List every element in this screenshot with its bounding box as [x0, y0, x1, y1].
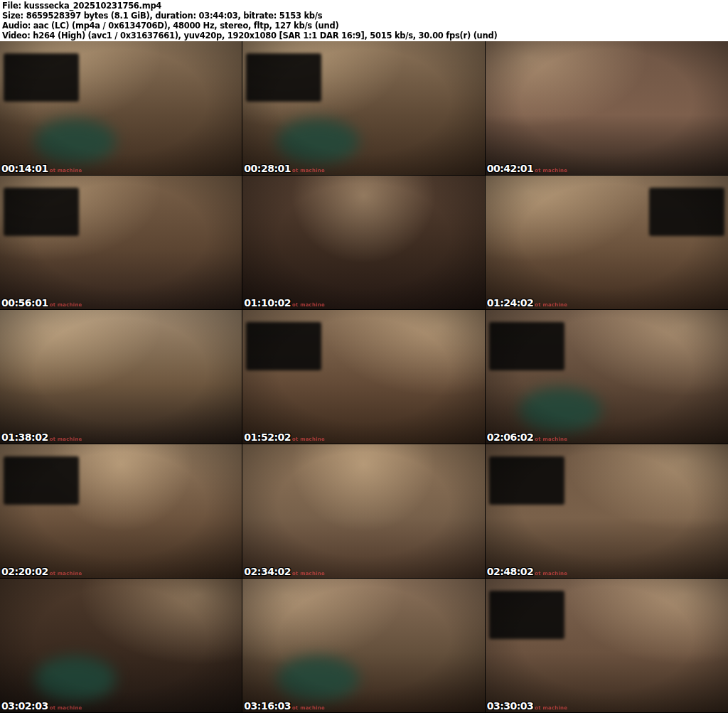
timestamp-text: 00:28:01: [244, 163, 291, 174]
lamp-glow: [242, 176, 484, 309]
timestamp-text: 00:42:01: [487, 163, 534, 174]
video-thumbnail: 00:56:01ot machine: [0, 176, 242, 310]
watermark-text: ot machine: [535, 705, 567, 711]
timestamp-text: 01:38:02: [1, 431, 48, 443]
timestamp-overlay: 01:38:02ot machine: [1, 431, 82, 443]
tv-screen-shape: [4, 188, 79, 236]
video-thumbnail: 02:48:02ot machine: [486, 444, 728, 579]
timestamp-text: 02:06:02: [487, 431, 534, 443]
vignette-overlay: [242, 176, 484, 309]
watermark-text: ot machine: [50, 571, 82, 577]
watermark-text: ot machine: [50, 705, 82, 711]
timestamp-overlay: 00:42:01ot machine: [487, 163, 568, 174]
chair-shape: [277, 119, 359, 164]
lamp-glow: [486, 579, 728, 712]
vignette-overlay: [486, 176, 728, 309]
tv-screen-shape: [489, 322, 564, 370]
timestamp-text: 01:10:02: [244, 297, 291, 309]
tv-screen-shape: [489, 591, 564, 639]
chair-shape: [34, 119, 117, 164]
timestamp-overlay: 01:24:02ot machine: [487, 297, 568, 309]
watermark-text: ot machine: [292, 436, 325, 442]
chair-shape: [34, 656, 117, 702]
timestamp-text: 00:56:01: [1, 297, 48, 309]
metadata-line-size: Size: 8659528397 bytes (8.1 GiB), durati…: [2, 11, 699, 21]
watermark-text: ot machine: [535, 302, 567, 308]
thumbnail-grid: 00:14:01ot machine00:28:01ot machine00:4…: [0, 41, 728, 713]
chair-shape: [277, 656, 359, 702]
timestamp-overlay: 03:30:03ot machine: [487, 700, 568, 712]
watermark-text: ot machine: [535, 571, 567, 577]
lamp-glow: [486, 176, 728, 309]
video-thumbnail: 03:02:03ot machine: [0, 579, 242, 713]
timestamp-text: 03:02:03: [1, 700, 48, 712]
timestamp-overlay: 00:56:01ot machine: [1, 297, 82, 309]
contact-sheet: File: kusssecka_202510231756.mp4 Size: 8…: [0, 0, 728, 713]
lamp-glow: [0, 41, 242, 175]
vignette-overlay: [242, 579, 484, 712]
metadata-line-video: Video: h264 (High) (avc1 / 0x31637661), …: [2, 31, 699, 41]
tv-screen-shape: [649, 188, 724, 236]
timestamp-overlay: 00:14:01ot machine: [1, 163, 82, 174]
video-thumbnail: 00:28:01ot machine: [242, 41, 485, 176]
timestamp-overlay: 02:48:02ot machine: [487, 566, 568, 577]
video-thumbnail: 00:42:01ot machine: [486, 41, 728, 176]
lamp-glow: [0, 310, 242, 444]
watermark-text: ot machine: [50, 436, 82, 442]
vignette-overlay: [486, 41, 728, 175]
timestamp-text: 02:48:02: [487, 566, 534, 577]
lamp-glow: [0, 176, 242, 309]
tv-screen-shape: [4, 456, 79, 505]
video-thumbnail: 01:38:02ot machine: [0, 310, 242, 444]
timestamp-overlay: 01:52:02ot machine: [244, 431, 325, 443]
timestamp-overlay: 02:34:02ot machine: [244, 566, 325, 577]
watermark-text: ot machine: [292, 168, 325, 173]
vignette-overlay: [486, 444, 728, 578]
watermark-text: ot machine: [292, 705, 325, 711]
watermark-text: ot machine: [292, 302, 325, 308]
watermark-text: ot machine: [535, 168, 567, 173]
video-thumbnail: 02:06:02ot machine: [486, 310, 728, 444]
metadata-header: File: kusssecka_202510231756.mp4 Size: 8…: [0, 0, 728, 41]
chair-shape: [519, 387, 601, 433]
watermark-text: ot machine: [50, 302, 82, 308]
vignette-overlay: [0, 579, 242, 712]
tv-screen-shape: [246, 322, 321, 370]
metadata-line-file: File: kusssecka_202510231756.mp4: [2, 1, 699, 11]
vignette-overlay: [242, 310, 484, 444]
lamp-glow: [0, 444, 242, 578]
timestamp-text: 03:30:03: [487, 700, 534, 712]
vignette-overlay: [0, 444, 242, 578]
vignette-overlay: [0, 41, 242, 175]
video-thumbnail: 01:10:02ot machine: [242, 176, 485, 310]
vignette-overlay: [486, 310, 728, 444]
timestamp-overlay: 03:02:03ot machine: [1, 700, 82, 712]
lamp-glow: [242, 310, 484, 444]
vignette-overlay: [242, 444, 484, 578]
timestamp-overlay: 02:20:02ot machine: [1, 566, 82, 577]
video-thumbnail: 03:16:03ot machine: [242, 579, 485, 713]
video-thumbnail: 03:30:03ot machine: [486, 579, 728, 713]
timestamp-overlay: 02:06:02ot machine: [487, 431, 568, 443]
video-thumbnail: 00:14:01ot machine: [0, 41, 242, 176]
video-thumbnail: 02:34:02ot machine: [242, 444, 485, 579]
timestamp-text: 01:52:02: [244, 431, 291, 443]
tv-screen-shape: [4, 53, 79, 102]
vignette-overlay: [486, 579, 728, 712]
lamp-glow: [242, 579, 484, 712]
timestamp-text: 01:24:02: [487, 297, 534, 309]
video-thumbnail: 01:52:02ot machine: [242, 310, 485, 444]
watermark-text: ot machine: [50, 168, 82, 173]
vignette-overlay: [0, 310, 242, 444]
timestamp-text: 03:16:03: [244, 700, 291, 712]
vignette-overlay: [0, 176, 242, 309]
video-thumbnail: 02:20:02ot machine: [0, 444, 242, 579]
timestamp-overlay: 03:16:03ot machine: [244, 700, 325, 712]
timestamp-text: 02:34:02: [244, 566, 291, 577]
timestamp-text: 00:14:01: [1, 163, 48, 174]
lamp-glow: [0, 579, 242, 712]
timestamp-overlay: 01:10:02ot machine: [244, 297, 325, 309]
lamp-glow: [242, 41, 484, 175]
lamp-glow: [486, 310, 728, 444]
lamp-glow: [242, 444, 484, 578]
